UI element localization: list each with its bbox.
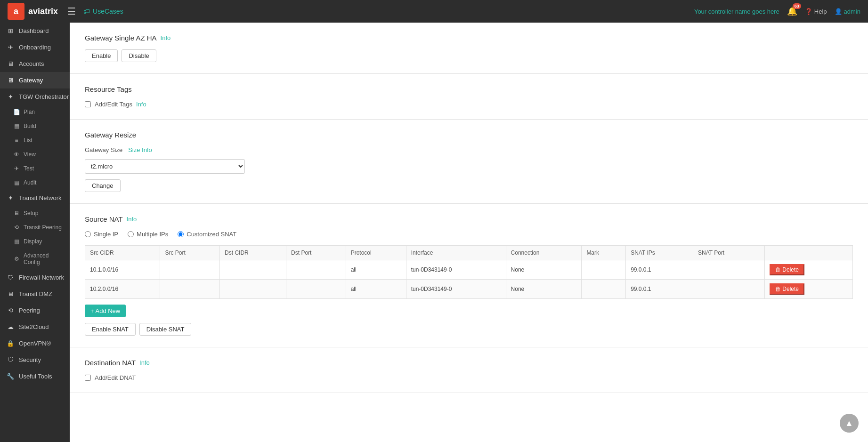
resource-tags-info-link[interactable]: Info [136, 101, 146, 108]
nav-right: Your controller name goes here 🔔 63 ❓ He… [694, 6, 860, 16]
add-edit-dnat-checkbox[interactable] [85, 375, 91, 381]
add-edit-dnat-label: Add/Edit DNAT [95, 374, 136, 381]
sidebar-item-transit-network[interactable]: ✦ Transit Network [0, 190, 70, 206]
cell-protocol-1: all [346, 260, 406, 280]
sidebar-label-test: Test [24, 165, 34, 172]
snat-action-buttons: Enable SNAT Disable SNAT [85, 323, 853, 336]
source-nat-radio-group: Single IP Multiple IPs Customized SNAT [85, 231, 853, 238]
controller-name: Your controller name goes here [694, 8, 779, 15]
sidebar-item-build[interactable]: ▦ Build [0, 119, 70, 133]
disable-snat-button[interactable]: Disable SNAT [139, 323, 192, 336]
cell-dst-port-2 [286, 280, 346, 299]
delete-row-2-button[interactable]: 🗑 Delete [770, 283, 804, 295]
radio-customized-snat-input[interactable] [178, 231, 184, 237]
help-icon: ❓ [805, 8, 812, 15]
sidebar-item-openvpn[interactable]: 🔒 OpenVPN® [0, 335, 70, 352]
logo-wordmark: aviatrix [28, 7, 58, 16]
main-layout: ⊞ Dashboard ✈ Onboarding 🖥 Accounts 🖥 Ga… [0, 23, 868, 442]
enable-button[interactable]: Enable [85, 49, 118, 62]
plan-icon: 📄 [13, 109, 20, 115]
radio-multiple-ips[interactable]: Multiple IPs [128, 231, 168, 238]
display-icon: ▦ [13, 238, 20, 245]
sidebar-item-display[interactable]: ▦ Display [0, 234, 70, 249]
sidebar-label-audit: Audit [24, 179, 36, 186]
change-button[interactable]: Change [85, 179, 121, 192]
radio-multiple-ips-input[interactable] [128, 231, 134, 237]
sidebar-item-security[interactable]: 🛡 Security [0, 352, 70, 368]
notification-button[interactable]: 🔔 63 [787, 6, 797, 16]
source-nat-title: Source NAT Info [85, 215, 853, 223]
cell-mark-1 [582, 260, 626, 280]
admin-button[interactable]: 👤 admin [835, 8, 860, 15]
cell-src-cidr-2: 10.2.0.0/16 [85, 280, 160, 299]
col-dst-port: Dst Port [286, 246, 346, 260]
cell-snat-ips-2: 99.0.0.1 [626, 280, 693, 299]
radio-single-ip[interactable]: Single IP [85, 231, 118, 238]
radio-single-ip-input[interactable] [85, 231, 91, 237]
cell-interface-1: tun-0D343149-0 [406, 260, 506, 280]
firewall-icon: 🛡 [7, 274, 14, 281]
logo[interactable]: a aviatrix [8, 3, 58, 20]
gateway-single-az-ha-buttons: Enable Disable [85, 49, 853, 62]
destination-nat-info-link[interactable]: Info [139, 359, 150, 366]
sidebar-label-security: Security [19, 356, 41, 363]
sidebar-item-audit[interactable]: ▦ Audit [0, 176, 70, 190]
radio-single-ip-label: Single IP [94, 231, 118, 238]
sidebar-item-accounts[interactable]: 🖥 Accounts [0, 56, 70, 72]
add-edit-tags-label: Add/Edit Tags [95, 101, 132, 108]
table-row: 10.2.0.0/16 all tun-0D343149-0 None 99.0… [85, 280, 853, 299]
gateway-size-label: Gateway Size [85, 146, 122, 153]
cell-delete-1: 🗑 Delete [764, 260, 852, 280]
help-button[interactable]: ❓ Help [805, 8, 827, 15]
test-icon: ✈ [13, 165, 20, 172]
site2cloud-icon: ☁ [7, 323, 14, 330]
sidebar-item-dashboard[interactable]: ⊞ Dashboard [0, 23, 70, 39]
usecases-nav[interactable]: 🏷 UseCases [83, 8, 123, 15]
gateway-size-select[interactable]: t2.micro [85, 159, 245, 174]
sidebar-label-build: Build [24, 123, 36, 129]
sidebar-item-test[interactable]: ✈ Test [0, 161, 70, 176]
enable-snat-button[interactable]: Enable SNAT [85, 323, 136, 336]
gateway-size-info-link[interactable]: Size Info [128, 146, 152, 153]
sidebar-label-useful-tools: Useful Tools [19, 373, 52, 380]
audit-icon: ▦ [13, 179, 20, 186]
admin-label: admin [844, 8, 860, 15]
col-snat-ips: SNAT IPs [626, 246, 693, 260]
peering-icon: ⟲ [7, 307, 14, 314]
radio-customized-snat[interactable]: Customized SNAT [178, 231, 236, 238]
add-edit-tags-checkbox[interactable] [85, 101, 91, 107]
scroll-to-top-button[interactable]: ▲ [840, 414, 859, 433]
cell-dst-port-1 [286, 260, 346, 280]
sidebar-item-site2cloud[interactable]: ☁ Site2Cloud [0, 319, 70, 335]
cell-snat-ips-1: 99.0.0.1 [626, 260, 693, 280]
radio-customized-snat-label: Customized SNAT [187, 231, 236, 238]
cell-dst-cidr-1 [220, 260, 286, 280]
sidebar-label-list: List [24, 137, 32, 144]
sidebar-item-tgw-orchestrator[interactable]: ✦ TGW Orchestrator [0, 88, 70, 105]
sidebar-item-list[interactable]: ≡ List [0, 133, 70, 147]
gateway-single-az-ha-info-link[interactable]: Info [161, 34, 171, 41]
sidebar-item-onboarding[interactable]: ✈ Onboarding [0, 39, 70, 56]
disable-button[interactable]: Disable [122, 49, 156, 62]
sidebar-item-firewall-network[interactable]: 🛡 Firewall Network [0, 269, 70, 286]
delete-row-1-button[interactable]: 🗑 Delete [770, 264, 804, 275]
hamburger-icon[interactable]: ☰ [67, 6, 76, 17]
sidebar-label-dashboard: Dashboard [19, 27, 49, 34]
sidebar-item-view[interactable]: 👁 View [0, 147, 70, 161]
source-nat-info-link[interactable]: Info [127, 216, 137, 223]
sidebar-item-plan[interactable]: 📄 Plan [0, 105, 70, 119]
col-interface: Interface [406, 246, 506, 260]
dnat-checkbox-row: Add/Edit DNAT [85, 374, 853, 381]
sidebar-item-gateway[interactable]: 🖥 Gateway [0, 72, 70, 88]
cell-dst-cidr-2 [220, 280, 286, 299]
sidebar-label-display: Display [24, 238, 42, 245]
main-content: Gateway Single AZ HA Info Enable Disable… [70, 23, 868, 442]
sidebar-item-advanced-config[interactable]: ⚙ Advanced Config [0, 249, 70, 269]
sidebar-item-useful-tools[interactable]: 🔧 Useful Tools [0, 368, 70, 385]
cell-src-cidr-1: 10.1.0.0/16 [85, 260, 160, 280]
sidebar-item-setup[interactable]: 🖥 Setup [0, 206, 70, 220]
sidebar-item-transit-dmz[interactable]: 🖥 Transit DMZ [0, 286, 70, 302]
sidebar-item-peering[interactable]: ⟲ Peering [0, 302, 70, 319]
add-new-button[interactable]: + Add New [85, 305, 126, 317]
sidebar-item-transit-peering[interactable]: ⟲ Transit Peering [0, 220, 70, 234]
